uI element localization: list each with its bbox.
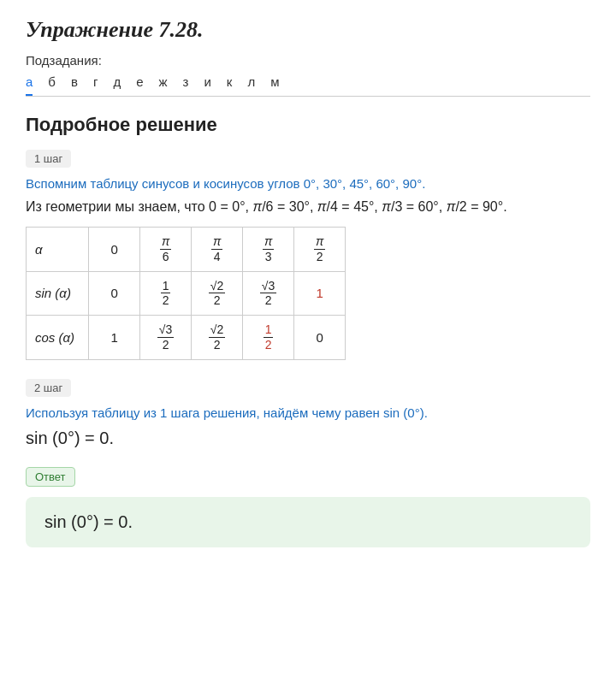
step1-text: Вспомним таблицу синусов и косинусов угл… (26, 176, 590, 191)
step2-formula: sin (0°) = 0. (26, 429, 590, 448)
tab-m[interactable]: м (270, 74, 279, 96)
tab-b[interactable]: б (48, 74, 56, 96)
tab-k[interactable]: к (227, 74, 233, 96)
tabs-container: а б в г д е ж з и к л м (26, 74, 590, 97)
tab-a[interactable]: а (26, 74, 33, 96)
trig-table: α 0 π 6 π 4 π 3 (26, 227, 346, 360)
geometry-formula: Из геометрии мы знаем, что 0 = 0°, π/6 =… (26, 199, 590, 215)
tab-z[interactable]: з (183, 74, 189, 96)
section-title: Подробное решение (26, 114, 590, 136)
tab-e[interactable]: е (136, 74, 143, 96)
tab-zh[interactable]: ж (159, 74, 168, 96)
answer-section: Ответ sin (0°) = 0. (26, 467, 590, 547)
tab-d[interactable]: д (113, 74, 121, 96)
tab-g[interactable]: г (93, 74, 98, 96)
tab-v[interactable]: в (71, 74, 78, 96)
subtasks-label: Подзадания: (26, 53, 590, 68)
step1-badge: 1 шаг (26, 150, 71, 168)
answer-badge: Ответ (26, 467, 75, 487)
tab-l[interactable]: л (247, 74, 255, 96)
tab-i[interactable]: и (204, 74, 210, 96)
step1-section: 1 шаг Вспомним таблицу синусов и косинус… (26, 150, 590, 360)
exercise-title: Упражнение 7.28. (26, 17, 590, 43)
step2-badge: 2 шаг (26, 379, 71, 397)
step2-section: 2 шаг Используя таблицу из 1 шага решени… (26, 379, 590, 448)
step2-text: Используя таблицу из 1 шага решения, най… (26, 405, 590, 420)
answer-box: sin (0°) = 0. (26, 497, 590, 547)
